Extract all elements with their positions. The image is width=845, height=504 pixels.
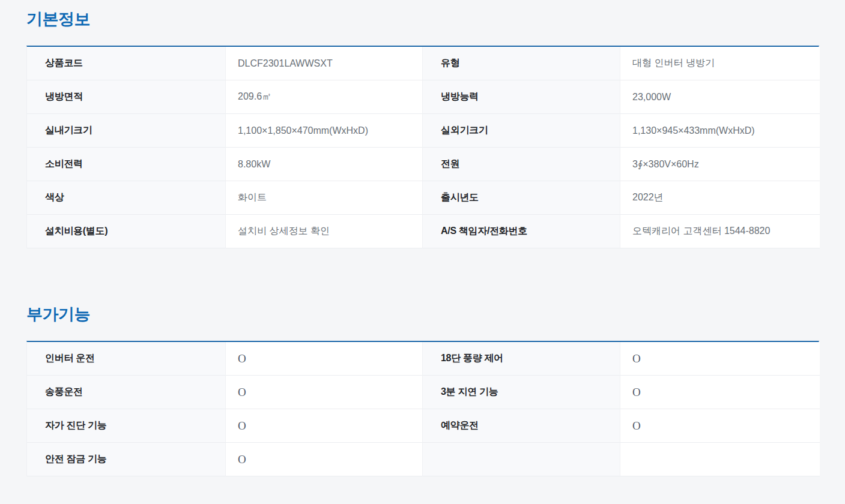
feature-value-18-step-fan-control: O [620,342,820,376]
spec-label-as-contact: A/S 책임자/전화번호 [423,215,620,248]
feature-label-fan-operation: 송풍운전 [27,376,226,409]
spec-value-outdoor-unit-size: 1,130×945×433mm(WxHxD) [620,114,820,148]
feature-label-inverter-operation: 인버터 운전 [27,342,226,376]
feature-value-reservation-operation: O [620,409,820,443]
section-features: 부가기능 인버터 운전 O 18단 풍량 제어 O 송풍운전 O 3분 지연 기… [26,305,819,476]
spec-value-power-supply: 3∮×380V×60Hz [620,148,820,181]
feature-value-fan-operation: O [226,376,423,409]
feature-label-3min-delay: 3분 지연 기능 [423,376,620,409]
basic-info-title: 기본정보 [26,10,819,29]
spec-value-as-contact: 오텍캐리어 고객센터 1544-8820 [620,215,820,248]
spec-label-cooling-area: 냉방면적 [27,80,226,114]
feature-label-18-step-fan-control: 18단 풍량 제어 [423,342,620,376]
spec-value-indoor-unit-size: 1,100×1,850×470mm(WxHxD) [226,114,423,148]
spec-label-indoor-unit-size: 실내기크기 [27,114,226,148]
spec-label-product-code: 상품코드 [27,47,226,80]
features-table: 인버터 운전 O 18단 풍량 제어 O 송풍운전 O 3분 지연 기능 O 자… [26,341,819,476]
install-fee-detail-link[interactable]: 설치비 상세정보 확인 [226,215,423,248]
spec-label-color: 색상 [27,181,226,215]
feature-label-empty [423,443,620,476]
feature-label-safety-lock: 안전 잠금 기능 [27,443,226,476]
feature-value-3min-delay: O [620,376,820,409]
spec-value-type: 대형 인버터 냉방기 [620,47,820,80]
basic-info-table: 상품코드 DLCF2301LAWWSXT 유형 대형 인버터 냉방기 냉방면적 … [26,46,819,248]
spec-label-release-year: 출시년도 [423,181,620,215]
spec-value-cooling-capacity: 23,000W [620,80,820,114]
features-title: 부가기능 [26,305,819,324]
feature-label-self-diagnosis: 자가 진단 기능 [27,409,226,443]
spec-label-type: 유형 [423,47,620,80]
spec-value-cooling-area: 209.6㎡ [226,80,423,114]
spec-label-cooling-capacity: 냉방능력 [423,80,620,114]
feature-label-reservation-operation: 예약운전 [423,409,620,443]
feature-value-empty [620,443,820,476]
section-basic-info: 기본정보 상품코드 DLCF2301LAWWSXT 유형 대형 인버터 냉방기 … [26,10,819,248]
spec-value-color: 화이트 [226,181,423,215]
feature-value-safety-lock: O [226,443,423,476]
spec-label-power-consumption: 소비전력 [27,148,226,181]
feature-value-inverter-operation: O [226,342,423,376]
spec-value-release-year: 2022년 [620,181,820,215]
feature-value-self-diagnosis: O [226,409,423,443]
spec-label-outdoor-unit-size: 실외기크기 [423,114,620,148]
spec-value-power-consumption: 8.80kW [226,148,423,181]
spec-value-product-code: DLCF2301LAWWSXT [226,47,423,80]
spec-label-power-supply: 전원 [423,148,620,181]
spec-label-install-cost: 설치비용(별도) [27,215,226,248]
